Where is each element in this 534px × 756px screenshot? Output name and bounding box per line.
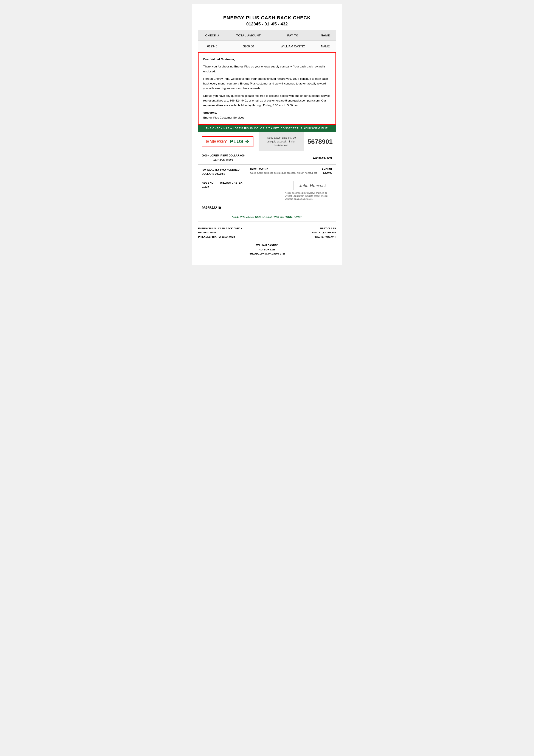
amount-value: $200.00 <box>323 171 332 174</box>
cell-check-num: 012345 <box>198 41 226 52</box>
date-subtext: Quod autem satis est, eo quicquid access… <box>250 171 318 175</box>
check-number: 5678901 <box>304 132 336 151</box>
address-line2: 123ABCD 78901 <box>214 158 233 161</box>
date-label: DATE : 08-01-19 <box>250 168 318 171</box>
logo-box: ENERGY PLUS ✤ <box>202 136 253 147</box>
letter-company: Energy Plus Customer Services <box>203 116 244 119</box>
footer-left: ENERGY PLUS - CASH BACK CHECK P.O. BOX 3… <box>198 227 242 239</box>
col-header-check: CHECK # <box>198 30 226 41</box>
letter-section: Dear Valued Customer, Thank you for choo… <box>198 52 336 125</box>
reg-label: REG : NO <box>202 181 214 185</box>
col-header-payto: PAY TO <box>271 30 315 41</box>
table-row: 012345 $200.00 WILLIAM CASTIC NAME <box>198 41 336 52</box>
footer-center-line1: WILLIAM CASTEK <box>256 244 278 247</box>
green-banner: THE CHECK HAS A LOREM IPSUM DOLOR SIT AM… <box>198 125 336 132</box>
signature-box: John Hancock <box>293 181 332 190</box>
cell-pay-to: WILLIAM CASTIC <box>271 41 315 52</box>
check-middle-text: Quod autem satis est, eo quicquid access… <box>259 132 304 151</box>
pay-right-col: AMOUNT $200.00 <box>322 168 332 174</box>
date-amount-col: DATE : 08-01-19 Quod autem satis est, eo… <box>250 168 318 175</box>
footer-right-line2: NESCIO QUO MODO <box>312 231 336 234</box>
amount-label: AMOUNT <box>322 168 332 171</box>
reg-info-block: REG : NO 0123# <box>202 181 214 189</box>
reg-row: REG : NO 0123# WILLIAM CASTEK John Hanco… <box>198 178 336 203</box>
letter-para2: Here at Energy Plus, we believe that you… <box>203 76 331 91</box>
document-page: ENERGY PLUS CASH BACK CHECK 012345 - 01 … <box>191 4 343 265</box>
address-line1: 0000 - LOREM IPSUM DOLLAR 000 <box>202 154 244 157</box>
cell-total-amount: $200.00 <box>226 41 271 52</box>
reg-name: WILLIAM CASTEK <box>220 181 242 185</box>
document-title: ENERGY PLUS CASH BACK CHECK <box>198 15 336 21</box>
footer-left-line3: PHILADELPHIA, PA 19104-9728 <box>198 235 235 238</box>
account-number: 9876543210 <box>202 206 221 210</box>
document-number: 012345 - 01 -05 - 432 <box>198 21 336 27</box>
logo-icon: ✤ <box>245 139 249 145</box>
footer-left-line1: ENERGY PLUS - CASH BACK CHECK <box>198 227 242 230</box>
pay-line-text: PAY EXACTLY TWO HUNDRED DOLLARS 200.00 $ <box>202 168 246 176</box>
letter-para1: Thank you for choosing Energy Plus as yo… <box>203 64 331 74</box>
letter-greeting: Dear Valued Customer, <box>203 58 235 61</box>
header-section: ENERGY PLUS CASH BACK CHECK 012345 - 01 … <box>198 11 336 30</box>
logo-energy-text: ENERGY <box>206 139 227 145</box>
logo-area: ENERGY PLUS ✤ <box>198 132 259 151</box>
check-address-left: 0000 - LOREM IPSUM DOLLAR 000 123ABCD 78… <box>202 154 244 162</box>
logo-plus-text: PLUS <box>230 139 243 145</box>
col-header-name: NAME <box>315 30 336 41</box>
footer-top: ENERGY PLUS - CASH BACK CHECK P.O. BOX 3… <box>198 227 336 239</box>
footer-left-line2: P.O. BOX 38815 <box>198 231 216 234</box>
footer-center-line3: PHILADELPHIA, PA 19104-9728 <box>249 252 286 255</box>
col-header-amount: TOTAL AMOUNT <box>226 30 271 41</box>
footer-right-line3: PRAETERVOLAVIT <box>314 235 336 238</box>
pay-line-row: PAY EXACTLY TWO HUNDRED DOLLARS 200.00 $… <box>198 165 336 178</box>
footer-section: ENERGY PLUS - CASH BACK CHECK P.O. BOX 3… <box>198 222 336 256</box>
check-address-right: 123456/5678901 <box>313 156 332 159</box>
banner-text: THE CHECK HAS A LOREM IPSUM DOLOR SIT AM… <box>206 127 328 130</box>
reg-signature-area: John Hancock Nescio quo modo praetervola… <box>249 181 332 201</box>
footer-center-line2: P.O. BOX 3215 <box>259 248 275 251</box>
account-number-row: 9876543210 <box>198 203 336 212</box>
reg-number: 0123# <box>202 185 214 189</box>
footer-center: WILLIAM CASTEK P.O. BOX 3215 PHILADELPHI… <box>198 243 336 256</box>
footer-right: FIRST CLASS NESCIO QUO MODO PRAETERVOLAV… <box>312 227 336 239</box>
sig-note: Nescio quo modo praetervolavit oratio. I… <box>285 192 332 201</box>
letter-para3: Should you have any questions, please fe… <box>203 94 331 108</box>
cell-name: NAME <box>315 41 336 52</box>
letter-closing: Sincerely, <box>203 111 217 114</box>
check-section: ENERGY PLUS ✤ Quod autem satis est, eo q… <box>198 132 336 222</box>
footer-right-line1: FIRST CLASS <box>320 227 336 230</box>
check-address-row: 0000 - LOREM IPSUM DOLLAR 000 123ABCD 78… <box>198 151 336 165</box>
check-top-row: ENERGY PLUS ✤ Quod autem satis est, eo q… <box>198 132 336 151</box>
see-previous-text: “SEE PREVIOUS SIDE OPERATING INSTRUCTION… <box>198 212 336 222</box>
check-info-table: CHECK # TOTAL AMOUNT PAY TO NAME 012345 … <box>198 30 336 52</box>
